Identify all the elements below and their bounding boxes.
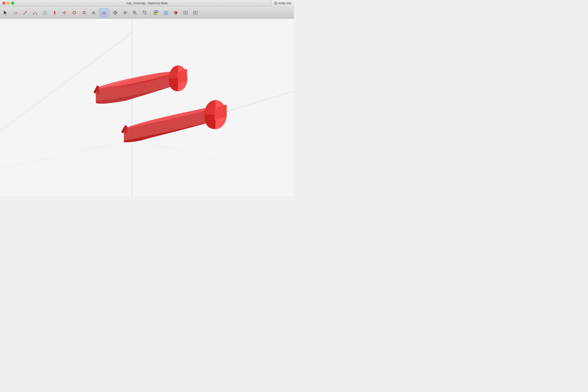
orbit-icon <box>113 10 118 15</box>
toolbar: A 1 dim <box>0 6 294 19</box>
materials-icon <box>173 10 178 15</box>
circle-tool[interactable] <box>40 8 49 17</box>
getmodels-icon <box>183 10 188 15</box>
svg-rect-48 <box>156 13 158 14</box>
zoomextents-tool[interactable] <box>140 8 149 17</box>
svg-marker-23 <box>72 13 74 14</box>
svg-rect-5 <box>14 12 15 14</box>
svg-marker-18 <box>64 14 65 14</box>
text-icon: A 1 <box>91 10 96 15</box>
eraser-tool[interactable] <box>11 8 20 17</box>
svg-point-38 <box>125 12 125 13</box>
svg-point-13 <box>44 12 45 13</box>
svg-point-11 <box>36 14 37 14</box>
svg-text:1: 1 <box>94 12 96 15</box>
sharemodel-tool[interactable] <box>191 8 200 17</box>
circle-icon <box>42 10 47 15</box>
info-icon <box>274 2 278 5</box>
svg-point-21 <box>64 12 65 13</box>
move-icon <box>62 10 67 15</box>
components-icon <box>163 10 169 15</box>
dimension-icon: dim <box>101 10 106 15</box>
titlebar: mac_chord.skp - SketchUp Make Entity Inf… <box>0 0 294 6</box>
svg-rect-26 <box>85 11 85 12</box>
eraser-icon <box>13 10 18 15</box>
pan-icon <box>122 10 128 15</box>
entity-info-button[interactable]: Entity Info <box>271 0 294 6</box>
views-icon <box>154 10 159 15</box>
arc-tool[interactable] <box>30 8 40 17</box>
arc-icon <box>32 10 38 15</box>
svg-rect-24 <box>83 12 85 14</box>
zoom-tool[interactable] <box>130 8 140 17</box>
text-tool[interactable]: A 1 <box>89 8 99 17</box>
svg-marker-22 <box>75 12 76 13</box>
getmodels-tool[interactable] <box>181 8 190 17</box>
toolbar-separator-1 <box>109 9 110 16</box>
move-tool[interactable] <box>60 8 69 17</box>
svg-line-40 <box>135 13 136 14</box>
svg-rect-28 <box>85 13 85 14</box>
viewport[interactable] <box>0 19 294 196</box>
views-tool[interactable] <box>151 8 161 17</box>
svg-marker-20 <box>65 12 66 13</box>
sharemodel-icon <box>193 10 198 15</box>
svg-rect-47 <box>154 13 156 14</box>
dimension-tool[interactable]: dim <box>99 8 108 17</box>
zoom-icon <box>132 10 137 15</box>
svg-rect-56 <box>0 19 294 196</box>
components-tool[interactable] <box>161 8 171 17</box>
materials-tool[interactable] <box>171 8 180 17</box>
entity-info-label: Entity Info <box>279 2 291 5</box>
svg-marker-16 <box>54 13 56 14</box>
pencil-icon <box>23 10 28 15</box>
svg-point-10 <box>33 14 34 14</box>
pushpull-tool[interactable] <box>50 8 59 17</box>
viewport-svg <box>0 19 294 196</box>
select-icon <box>3 10 8 15</box>
pencil-tool[interactable] <box>20 8 30 17</box>
svg-rect-25 <box>83 11 83 12</box>
select-tool[interactable] <box>1 8 10 17</box>
pushpull-icon <box>52 10 57 15</box>
toolbar-separator-2 <box>150 9 151 16</box>
svg-text:dim: dim <box>103 12 106 13</box>
svg-rect-46 <box>156 11 158 12</box>
svg-marker-19 <box>63 12 63 13</box>
svg-point-51 <box>174 11 177 14</box>
svg-rect-2 <box>276 2 276 3</box>
scale-tool[interactable] <box>79 8 89 17</box>
svg-marker-17 <box>64 11 65 12</box>
svg-point-37 <box>115 12 116 13</box>
maximize-button[interactable] <box>11 2 14 5</box>
scale-icon <box>82 10 87 15</box>
svg-rect-45 <box>154 11 156 12</box>
rotate-tool[interactable] <box>70 8 79 17</box>
window-controls[interactable] <box>0 2 14 5</box>
svg-rect-27 <box>83 13 83 14</box>
pan-tool[interactable] <box>120 8 130 17</box>
svg-marker-50 <box>165 12 167 14</box>
minimize-button[interactable] <box>7 2 10 5</box>
orbit-tool[interactable] <box>111 8 120 17</box>
close-button[interactable] <box>2 2 5 5</box>
svg-marker-3 <box>4 10 7 15</box>
svg-line-44 <box>145 13 146 14</box>
svg-marker-14 <box>54 11 56 12</box>
rotate-icon <box>72 10 77 15</box>
window-title: mac_chord.skp - SketchUp Make <box>126 2 168 5</box>
zoomextents-icon <box>142 10 147 15</box>
svg-rect-1 <box>276 3 276 4</box>
